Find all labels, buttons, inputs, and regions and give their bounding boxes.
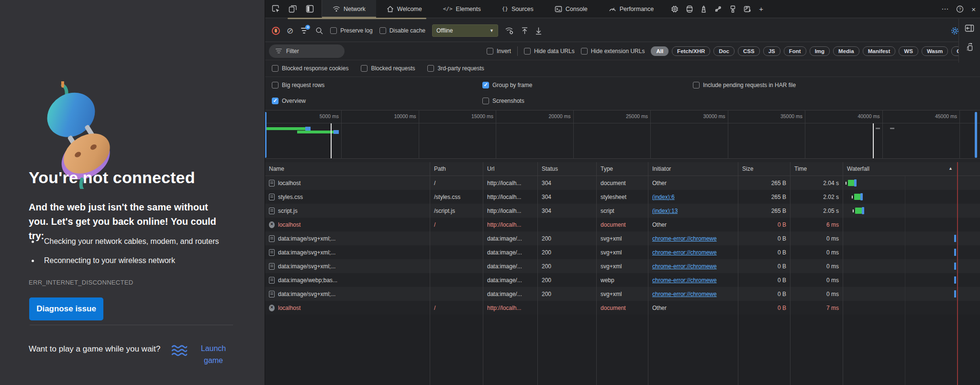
memory-icon[interactable] [671,5,679,13]
initiator-text: chrome-error://chromewe [652,291,717,297]
diagnose-issue-button[interactable]: Diagnose issue [29,297,103,320]
table-row[interactable]: localhost / http://localh... document Ot… [265,301,980,315]
table-row[interactable]: script.js /script.js http://localh... 30… [265,204,980,218]
import-har-icon[interactable] [521,27,528,35]
group-by-frame-checkbox[interactable]: Group by frame [482,82,693,88]
offline-error-page: You're not connected And the web just is… [0,0,264,385]
tab-sources[interactable]: {} Sources [491,0,544,18]
clear-network-log-icon[interactable]: ⊘ [287,27,293,35]
table-row[interactable]: localhost / http://localh... document Ot… [265,218,980,231]
column-header-path[interactable]: Path [430,162,483,176]
column-header-url[interactable]: Url [483,162,538,176]
hide-data-urls-checkbox[interactable]: Hide data URLs [524,48,575,55]
search-icon[interactable] [315,27,323,35]
type-pill[interactable]: Img [810,46,830,56]
filter-input[interactable]: Filter [269,44,345,58]
tab-welcome[interactable]: Welcome [376,0,433,18]
disable-cache-checkbox[interactable]: Disable cache [379,27,425,34]
network-toolbar: ⊘ × Preserve log Disable cache Offline ▼ [265,20,980,42]
cell-waterfall [843,273,980,287]
overview-checkbox[interactable]: Overview [272,98,482,104]
screenshots-checkbox[interactable]: Screenshots [482,98,693,104]
tab-console[interactable]: Console [544,0,598,18]
network-conditions-gear-icon[interactable] [505,27,514,35]
checkbox-label: Invert [497,48,511,55]
column-header-waterfall[interactable]: Waterfall▲ [843,162,980,176]
type-pill[interactable]: Media [833,46,859,56]
checkbox-label: Blocked requests [371,65,415,72]
table-row[interactable]: data:image/svg+xml;... data:image/... 20… [265,287,980,301]
cell-type: svg+xml [597,245,648,259]
export-har-icon[interactable] [535,27,542,35]
include-pending-har-checkbox[interactable]: Include pending requests in HAR file [693,82,796,88]
inspect-element-icon[interactable] [272,5,280,13]
column-header-size[interactable]: Size [738,162,791,176]
blocked-response-cookies-checkbox[interactable]: Blocked response cookies [272,65,348,72]
css-overview-icon[interactable] [730,5,736,13]
lighthouse-icon[interactable] [701,5,707,13]
type-pill[interactable]: CSS [738,46,760,56]
tabbar-scroll-thumb[interactable] [288,18,426,19]
network-overview-timeline[interactable]: 5000 ms10000 ms15000 ms20000 ms25000 ms3… [265,110,980,159]
table-row[interactable]: localhost / http://localh... 304 documen… [265,176,980,190]
type-pill[interactable]: Manifest [863,46,896,56]
throttling-dropdown[interactable]: Offline ▼ [432,24,498,37]
column-header-type[interactable]: Type [597,162,648,176]
device-toolbar-icon[interactable] [289,5,297,13]
table-row[interactable]: data:image/svg+xml;... data:image/... 20… [265,259,980,273]
add-tab-icon[interactable]: + [759,5,763,13]
type-pill[interactable]: Font [784,46,806,56]
type-pill[interactable]: WS [899,46,918,56]
cell-name: styles.css [265,190,430,204]
third-party-requests-checkbox[interactable]: 3rd-party requests [427,65,484,72]
network-conditions-icon[interactable] [714,5,722,13]
timeline-selection-handle-left[interactable] [265,112,267,158]
cell-initiator: Other [648,301,738,315]
cell-initiator: Other [648,176,738,190]
table-row[interactable]: data:image/svg+xml;... data:image/... 20… [265,245,980,259]
cell-initiator: (index):13 [648,204,738,218]
launch-game-link[interactable]: Launch game [194,342,233,366]
table-row[interactable]: data:image/svg+xml;... data:image/... 20… [265,231,980,245]
application-icon[interactable] [686,5,693,13]
column-header-name[interactable]: Name [265,162,430,176]
more-options-icon[interactable]: ⋯ [941,5,948,13]
tab-elements[interactable]: </> Elements [433,0,491,18]
timeline-selection-handle-right[interactable] [975,112,977,158]
hide-extension-urls-checkbox[interactable]: Hide extension URLs [581,48,645,55]
tab-label: Welcome [397,6,422,12]
help-icon[interactable]: ? [956,5,964,13]
type-pill[interactable]: Doc [713,46,735,56]
device-posture-icon[interactable] [966,43,973,51]
dock-side-icon[interactable] [306,5,314,13]
filter-icon[interactable]: × [300,27,309,34]
column-header-initiator[interactable]: Initiator [648,162,738,176]
timeline-tick-label: 30000 ms [703,113,727,119]
tab-performance[interactable]: Performance [598,0,665,18]
type-pill[interactable]: Wasm [922,46,948,56]
tab-network[interactable]: Network [322,0,376,18]
preserve-log-checkbox[interactable]: Preserve log [330,27,372,34]
cell-name: data:image/svg+xml;... [265,259,430,273]
table-row[interactable]: styles.css /styles.css http://localh... … [265,190,980,204]
record-network-log-icon[interactable] [272,27,280,35]
cell-time: 6 ms [791,218,843,231]
big-request-rows-checkbox[interactable]: Big request rows [272,82,482,88]
blocked-requests-checkbox[interactable]: Blocked requests [361,65,415,72]
column-header-time[interactable]: Time [791,162,843,176]
timeline-tick-label: 40000 ms [858,113,882,119]
close-icon[interactable]: × [971,5,976,13]
more-panel-icons: + [671,5,763,13]
rendering-icon[interactable] [744,5,751,13]
type-pill[interactable]: All [651,46,668,56]
cell-type: svg+xml [597,231,648,245]
request-type-icon [269,194,275,200]
cell-waterfall [843,245,980,259]
expand-panel-icon[interactable] [965,24,974,32]
invert-checkbox[interactable]: Invert [487,48,511,55]
type-pill[interactable]: JS [763,46,780,56]
table-row[interactable]: data:image/webp;bas... data:image/... 20… [265,273,980,287]
type-pill[interactable]: Fetch/XHR [672,46,710,56]
initiator-text: chrome-error://chromewe [652,263,717,270]
column-header-status[interactable]: Status [538,162,597,176]
